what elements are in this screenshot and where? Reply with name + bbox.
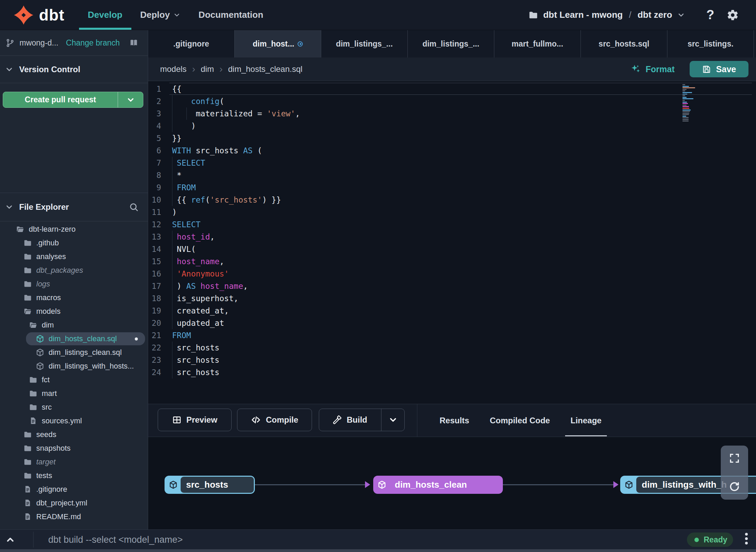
code-line[interactable]: 15 host_name, [148,255,756,268]
pull-request-dropdown-toggle[interactable] [118,92,143,107]
code-line[interactable]: 14 NVL( [148,243,756,255]
code-line[interactable]: 5}} [148,132,756,144]
folder-icon [23,471,32,480]
tree-item-models[interactable]: models [0,305,148,318]
code-line[interactable]: 13 host_id, [148,231,756,243]
tree-item-gitignore[interactable]: .gitignore [0,483,148,496]
lineage-canvas[interactable]: src_hostsdim_hosts_cleandim_listings_wit… [148,437,756,529]
chevron-up-icon[interactable] [5,535,15,545]
change-branch-link[interactable]: Change branch [66,38,120,48]
panel-tab-compiled-code[interactable]: Compiled Code [488,404,552,437]
search-icon[interactable] [129,202,139,212]
code-line[interactable]: 16 'Anonymous' [148,268,756,280]
nav-develop[interactable]: Develop [79,0,131,30]
tree-item-fct[interactable]: fct [0,373,148,387]
tree-item-snapshots[interactable]: snapshots [0,441,148,455]
code-line[interactable]: 4 ) [148,120,756,132]
lineage-node-dim-hosts-clean[interactable]: dim_hosts_clean [373,476,503,494]
code-line[interactable]: 19 created_at, [148,305,756,317]
tree-item-dim-hosts-clean-sql[interactable]: dim_hosts_clean.sql [0,332,148,346]
code-line[interactable]: 11) [148,206,756,218]
tab-mart-fullmo[interactable]: mart_fullmo... [494,30,581,57]
floppy-icon [702,65,711,74]
project-selector[interactable]: dbt Learn - mwong / dbt zero [528,10,685,20]
dbt-logo[interactable]: dbt [13,4,65,26]
tab-dim-host[interactable]: dim_host... [235,30,321,57]
folder-icon [23,266,32,275]
status-badge: Ready [687,532,733,547]
book-open-icon[interactable] [129,38,139,48]
code-line[interactable]: 2 config( [148,95,756,107]
save-button[interactable]: Save [690,61,748,77]
format-button[interactable]: Format [630,64,675,74]
compile-label: Compile [266,415,298,425]
fullscreen-icon[interactable] [729,452,740,464]
model-cube-icon [169,480,178,489]
file-explorer-header[interactable]: File Explorer [0,193,148,221]
code-line[interactable]: 8 * [148,169,756,181]
code-line[interactable]: 17 ) AS host_name, [148,280,756,292]
preview-button[interactable]: Preview [158,409,232,431]
create-pull-request-button[interactable]: Create pull request [3,92,143,108]
code-line[interactable]: 20 updated_at [148,317,756,329]
lineage-node-src-hosts[interactable]: src_hosts [165,476,255,494]
build-button[interactable]: Build [319,409,405,431]
code-line[interactable]: 7 SELECT [148,157,756,169]
tab-src-hosts-sql[interactable]: src_hosts.sql [581,30,667,57]
code-line[interactable]: 3 materialized = 'view', [148,107,756,120]
refresh-icon[interactable] [728,480,741,493]
command-input[interactable]: dbt build --select <model_name> [48,530,183,550]
tab-gitignore[interactable]: .gitignore [148,30,235,57]
tree-item-dbt-project-yml[interactable]: dbt_project.yml [0,496,148,510]
tree-item-sources-yml[interactable]: sources.yml [0,414,148,428]
breadcrumb-item[interactable]: dim_hosts_clean.sql [228,64,302,74]
tree-item-mart[interactable]: mart [0,387,148,400]
tree-item-dim-listings-with-hosts[interactable]: dim_listings_with_hosts... [0,359,148,373]
breadcrumb-chevron-icon: › [186,64,200,74]
tree-item-dim[interactable]: dim [0,318,148,332]
tree-item-dbt-packages[interactable]: dbt_packages [0,264,148,277]
tree-item-analyses[interactable]: analyses [0,250,148,264]
tree-item-dbt-learn-zero[interactable]: dbt-learn-zero [0,222,148,236]
version-control-header[interactable]: Version Control [0,56,148,83]
tab-dim-listings[interactable]: dim_listings_... [408,30,494,57]
tree-item-seeds[interactable]: seeds [0,428,148,441]
tree-item-readme-md[interactable]: README.md [0,510,148,524]
line-number: 6 [148,144,161,157]
code-line[interactable]: 6WITH src_hosts AS ( [148,144,756,157]
kebab-menu-icon[interactable] [745,533,748,544]
panel-tab-lineage[interactable]: Lineage [569,404,604,437]
code-line[interactable]: 22 src_hosts [148,342,756,354]
tab-src-listings[interactable]: src_listings. [667,30,754,57]
file-explorer-label: File Explorer [19,202,69,212]
gear-icon[interactable] [727,9,739,21]
tab-dim-listings[interactable]: dim_listings_... [321,30,408,57]
tree-item-target[interactable]: target [0,455,148,469]
create-pull-request-label[interactable]: Create pull request [3,92,118,107]
breadcrumb-item[interactable]: models [160,64,186,74]
brand-name: dbt [39,6,65,24]
code-line[interactable]: 1{{ [148,83,756,95]
help-icon[interactable]: ? [706,8,714,22]
build-dropdown-toggle[interactable] [381,409,404,431]
tree-item-logs[interactable]: logs [0,277,148,291]
breadcrumb-item[interactable]: dim [201,64,214,74]
panel-tab-results[interactable]: Results [438,404,471,437]
tree-item-src[interactable]: src [0,400,148,414]
folder-open-icon [29,321,38,330]
tree-item-dim-listings-clean-sql[interactable]: dim_listings_clean.sql [0,346,148,359]
tree-item-macros[interactable]: macros [0,291,148,305]
code-line[interactable]: 12SELECT [148,218,756,231]
tree-item-github[interactable]: .github [0,236,148,250]
tree-item-tests[interactable]: tests [0,469,148,483]
code-line[interactable]: 9 FROM [148,181,756,194]
nav-deploy[interactable]: Deploy [131,0,190,30]
code-line[interactable]: 21FROM [148,329,756,342]
nav-documentation[interactable]: Documentation [190,0,272,30]
code-line[interactable]: 23 src_hosts [148,354,756,366]
code-line[interactable]: 10 {{ ref('src_hosts') }} [148,194,756,206]
code-editor[interactable]: 1{{2 config(3 materialized = 'view',4 )5… [148,81,756,404]
code-line[interactable]: 24 src_hosts [148,366,756,378]
compile-button[interactable]: Compile [237,409,312,431]
code-line[interactable]: 18 is_superhost, [148,292,756,305]
